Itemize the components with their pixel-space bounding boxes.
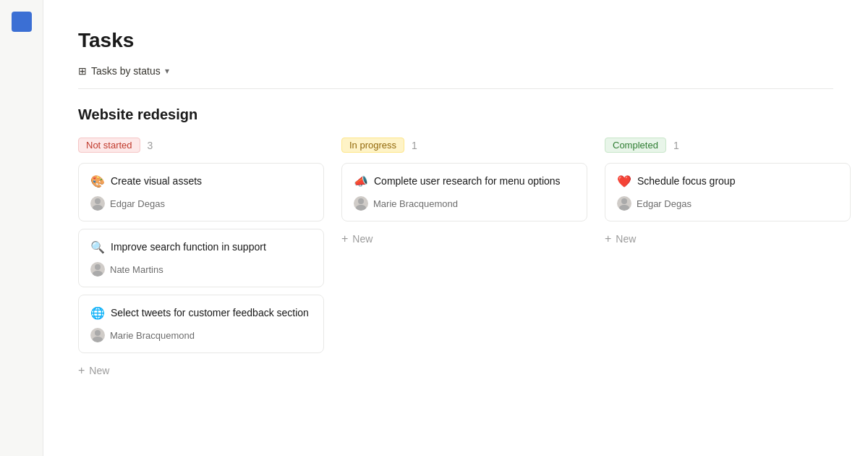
column-count-not-started: 3 [148,140,153,151]
page-title: Tasks [78,29,833,52]
task-title: Schedule focus group [637,174,735,189]
task-assignee-row: Nate Martins [90,262,312,276]
task-title-row: 🎨Create visual assets [90,174,312,189]
svg-point-8 [621,198,627,204]
task-title-row: 📣Complete user research for menu options [354,174,575,189]
avatar [90,328,105,342]
task-title: Complete user research for menu options [374,174,561,189]
new-label: New [352,233,373,245]
assignee-name: Edgar Degas [110,198,165,209]
column-header-not-started: Not started3 [78,138,324,153]
logo [0,0,43,43]
svg-point-2 [95,264,101,270]
task-title: Create visual assets [111,174,202,189]
task-emoji-icon: ❤️ [617,174,631,188]
task-assignee-row: Edgar Degas [617,196,838,211]
task-title: Improve search function in support [111,240,266,255]
task-assignee-row: Edgar Degas [90,196,312,211]
plus-icon: + [78,365,85,376]
view-selector[interactable]: ⊞ Tasks by status ▾ [78,65,833,89]
task-card[interactable]: 🌐Select tweets for customer feedback sec… [78,295,324,353]
svg-point-6 [358,198,364,204]
new-label: New [89,365,109,376]
task-title-row: ❤️Schedule focus group [617,174,838,189]
new-task-button-in-progress[interactable]: +New [341,229,587,249]
task-card[interactable]: ❤️Schedule focus group Edgar Degas [605,163,851,221]
task-emoji-icon: 🔍 [90,240,105,254]
new-task-button-completed[interactable]: +New [605,229,851,249]
svg-point-7 [356,205,366,211]
column-header-completed: Completed1 [605,138,851,153]
avatar [617,196,631,211]
task-card[interactable]: 📣Complete user research for menu options… [341,163,587,221]
column-header-in-progress: In progress1 [341,138,587,153]
assignee-name: Marie Bracquemond [110,330,195,341]
avatar [90,262,105,276]
task-emoji-icon: 🌐 [90,306,105,320]
avatar [90,196,105,211]
svg-point-0 [95,198,101,204]
column-in-progress: In progress1📣Complete user research for … [341,138,587,249]
svg-point-9 [619,205,629,211]
svg-point-5 [93,337,103,342]
task-title-row: 🔍Improve search function in support [90,240,312,255]
task-emoji-icon: 🎨 [90,174,105,188]
task-title-row: 🌐Select tweets for customer feedback sec… [90,305,312,321]
new-task-button-not-started[interactable]: +New [78,360,324,381]
status-badge-completed: Completed [605,138,666,153]
new-label: New [616,233,636,245]
assignee-name: Marie Bracquemond [373,198,458,209]
plus-icon: + [605,233,611,245]
kanban-board: Not started3🎨Create visual assets Edgar … [78,138,833,381]
chevron-down-icon: ▾ [165,66,169,76]
avatar [354,196,368,211]
table-icon: ⊞ [78,65,87,77]
assignee-name: Nate Martins [110,264,163,275]
section-title: Website redesign [78,106,833,123]
assignee-name: Edgar Degas [637,198,692,209]
column-not-started: Not started3🎨Create visual assets Edgar … [78,138,324,381]
task-assignee-row: Marie Bracquemond [90,328,312,342]
plus-icon: + [341,233,348,245]
task-card[interactable]: 🔍Improve search function in support Nate… [78,229,324,287]
task-assignee-row: Marie Bracquemond [354,196,575,211]
task-emoji-icon: 📣 [354,174,368,188]
view-selector-label: Tasks by status [91,65,161,77]
main-content: Tasks ⊞ Tasks by status ▾ Website redesi… [43,0,868,456]
logo-box [12,12,32,32]
svg-point-4 [95,330,101,336]
status-badge-in-progress: In progress [341,138,404,153]
svg-point-1 [93,205,103,211]
task-title: Select tweets for customer feedback sect… [111,305,309,321]
svg-point-3 [93,271,103,276]
sidebar [0,0,43,456]
column-completed: Completed1❤️Schedule focus group Edgar D… [605,138,851,249]
column-count-completed: 1 [673,140,679,151]
status-badge-not-started: Not started [78,138,140,153]
task-card[interactable]: 🎨Create visual assets Edgar Degas [78,163,324,221]
column-count-in-progress: 1 [412,140,417,151]
